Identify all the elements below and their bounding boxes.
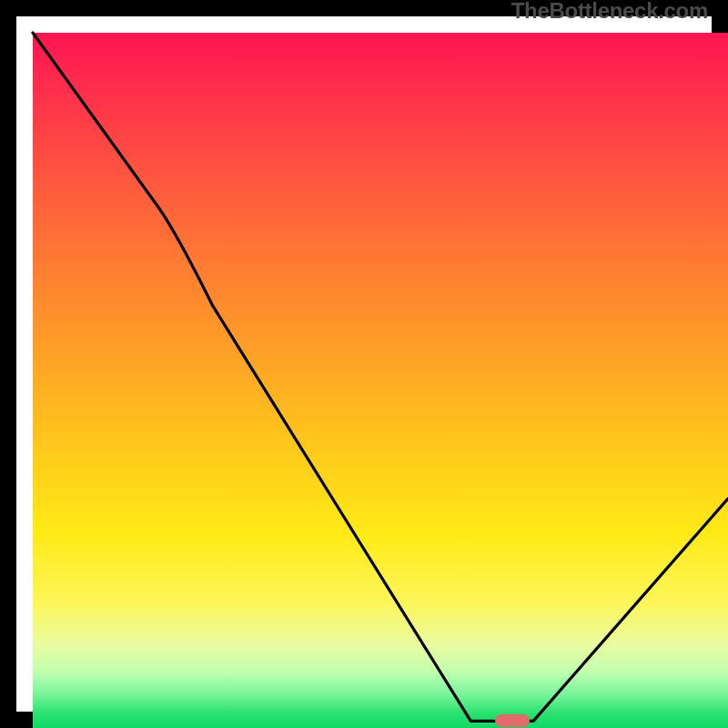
watermark: TheBottleneck.com	[511, 0, 708, 24]
optimal-point-marker	[495, 714, 530, 727]
bottleneck-curve	[33, 33, 728, 728]
chart-frame	[0, 0, 728, 728]
plot-area	[33, 33, 728, 728]
